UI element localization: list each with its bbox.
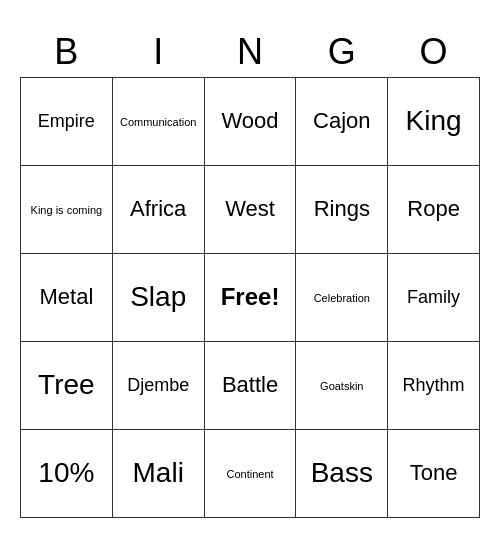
- cell-text: Africa: [130, 196, 186, 221]
- header-letter: I: [112, 27, 204, 78]
- bingo-cell: Family: [388, 253, 480, 341]
- bingo-cell: Bass: [296, 429, 388, 517]
- bingo-cell: Mali: [112, 429, 204, 517]
- cell-text: Slap: [130, 281, 186, 312]
- bingo-cell: Tone: [388, 429, 480, 517]
- cell-text: Cajon: [313, 108, 370, 133]
- cell-text: Metal: [39, 284, 93, 309]
- bingo-cell: 10%: [21, 429, 113, 517]
- cell-text: 10%: [38, 457, 94, 488]
- bingo-row: MetalSlapFree!CelebrationFamily: [21, 253, 480, 341]
- cell-text: Empire: [38, 111, 95, 131]
- bingo-cell: Battle: [204, 341, 296, 429]
- bingo-cell: Wood: [204, 77, 296, 165]
- bingo-cell: King is coming: [21, 165, 113, 253]
- bingo-cell: Rope: [388, 165, 480, 253]
- bingo-cell: Continent: [204, 429, 296, 517]
- bingo-row: TreeDjembeBattleGoatskinRhythm: [21, 341, 480, 429]
- cell-text: Djembe: [127, 375, 189, 395]
- cell-text: Tree: [38, 369, 95, 400]
- bingo-cell: Tree: [21, 341, 113, 429]
- bingo-cell: Djembe: [112, 341, 204, 429]
- cell-text: Continent: [226, 468, 273, 480]
- cell-text: Mali: [133, 457, 184, 488]
- bingo-cell: Metal: [21, 253, 113, 341]
- cell-text: Goatskin: [320, 380, 363, 392]
- cell-text: Celebration: [314, 292, 370, 304]
- bingo-cell: Celebration: [296, 253, 388, 341]
- header-letter: G: [296, 27, 388, 78]
- cell-text: King: [406, 105, 462, 136]
- bingo-cell: West: [204, 165, 296, 253]
- bingo-cell: Communication: [112, 77, 204, 165]
- cell-text: Communication: [120, 116, 196, 128]
- bingo-cell: Empire: [21, 77, 113, 165]
- header-row: BINGO: [21, 27, 480, 78]
- cell-text: Wood: [221, 108, 278, 133]
- bingo-cell: Free!: [204, 253, 296, 341]
- bingo-cell: Rings: [296, 165, 388, 253]
- header-letter: B: [21, 27, 113, 78]
- bingo-cell: Goatskin: [296, 341, 388, 429]
- header-letter: N: [204, 27, 296, 78]
- bingo-cell: Cajon: [296, 77, 388, 165]
- cell-text: Rings: [314, 196, 370, 221]
- cell-text: Family: [407, 287, 460, 307]
- bingo-cell: Africa: [112, 165, 204, 253]
- cell-text: Tone: [410, 460, 458, 485]
- cell-text: King is coming: [31, 204, 103, 216]
- bingo-cell: Slap: [112, 253, 204, 341]
- cell-text: Free!: [221, 283, 280, 310]
- cell-text: Bass: [311, 457, 373, 488]
- header-letter: O: [388, 27, 480, 78]
- cell-text: Rhythm: [403, 375, 465, 395]
- cell-text: Rope: [407, 196, 460, 221]
- bingo-row: 10%MaliContinentBassTone: [21, 429, 480, 517]
- cell-text: Battle: [222, 372, 278, 397]
- cell-text: West: [225, 196, 275, 221]
- bingo-row: King is comingAfricaWestRingsRope: [21, 165, 480, 253]
- bingo-cell: Rhythm: [388, 341, 480, 429]
- bingo-cell: King: [388, 77, 480, 165]
- bingo-row: EmpireCommunicationWoodCajonKing: [21, 77, 480, 165]
- bingo-card: BINGO EmpireCommunicationWoodCajonKingKi…: [20, 27, 480, 518]
